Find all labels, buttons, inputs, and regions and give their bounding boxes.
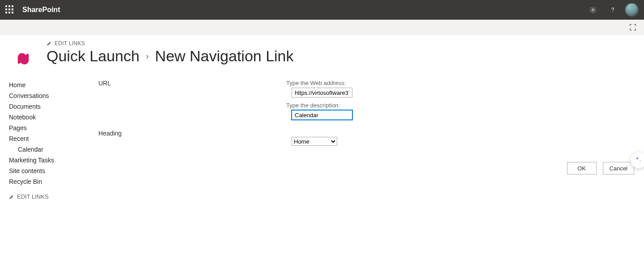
focus-mode-button[interactable] — [629, 23, 637, 31]
settings-button[interactable] — [583, 0, 603, 20]
description-input[interactable] — [292, 110, 352, 120]
copilot-button[interactable] — [631, 152, 644, 168]
breadcrumb: Quick Launch › New Navigation Link — [47, 47, 294, 65]
sidebar-item-conversations[interactable]: Conversations — [9, 90, 98, 101]
ok-button[interactable]: OK — [567, 162, 597, 174]
edit-links-top[interactable]: EDIT LINKS — [47, 40, 294, 47]
help-icon — [609, 6, 617, 14]
page-header: EDIT LINKS Quick Launch › New Navigation… — [0, 35, 644, 69]
focus-icon — [629, 23, 637, 31]
app-launcher-icon[interactable] — [5, 5, 14, 14]
sidebar-item-recycle-bin[interactable]: Recycle Bin — [9, 176, 98, 187]
svg-point-1 — [612, 12, 613, 12]
svg-point-2 — [20, 53, 22, 55]
sidebar-item-calendar[interactable]: Calendar — [9, 144, 98, 155]
web-address-input[interactable] — [292, 88, 352, 98]
heading-select[interactable]: Home — [292, 137, 337, 146]
edit-links-top-label: EDIT LINKS — [55, 40, 85, 47]
description-label: Type the description: — [286, 102, 617, 109]
url-section-label: URL — [98, 78, 286, 128]
help-button[interactable] — [603, 0, 623, 20]
sidebar-item-documents[interactable]: Documents — [9, 101, 98, 112]
app-name: SharePoint — [22, 6, 60, 14]
pencil-icon — [47, 41, 52, 46]
sidebar-item-marketing-tasks[interactable]: Marketing Tasks — [9, 155, 98, 166]
breadcrumb-current: New Navigation Link — [155, 47, 294, 65]
edit-links-side[interactable]: EDIT LINKS — [9, 193, 98, 200]
web-address-label: Type the Web address: — [286, 80, 617, 86]
top-bar: SharePoint — [0, 0, 644, 20]
sidebar: Home Conversations Documents Notebook Pa… — [9, 78, 98, 200]
edit-links-side-label: EDIT LINKS — [17, 193, 49, 200]
heading-section-label: Heading — [98, 128, 286, 137]
sidebar-item-home[interactable]: Home — [9, 80, 98, 90]
form-area: URL Heading Type the Web address: Type t… — [98, 78, 644, 200]
breadcrumb-parent[interactable]: Quick Launch — [47, 47, 140, 65]
breadcrumb-separator-icon: › — [146, 51, 149, 61]
sparkle-icon — [635, 156, 643, 164]
sub-bar — [0, 20, 644, 35]
sidebar-item-notebook[interactable]: Notebook — [9, 112, 98, 123]
gear-icon — [589, 6, 597, 14]
main-content: Home Conversations Documents Notebook Pa… — [0, 69, 644, 200]
sidebar-item-site-contents[interactable]: Site contents — [9, 166, 98, 176]
cancel-button[interactable]: Cancel — [603, 162, 634, 174]
sidebar-item-pages[interactable]: Pages — [9, 123, 98, 133]
site-logo — [13, 47, 34, 69]
avatar[interactable] — [625, 3, 639, 17]
svg-point-0 — [592, 9, 594, 11]
sidebar-item-recent[interactable]: Recent — [9, 133, 98, 144]
action-buttons: OK Cancel — [567, 162, 634, 174]
pencil-icon — [9, 194, 14, 200]
